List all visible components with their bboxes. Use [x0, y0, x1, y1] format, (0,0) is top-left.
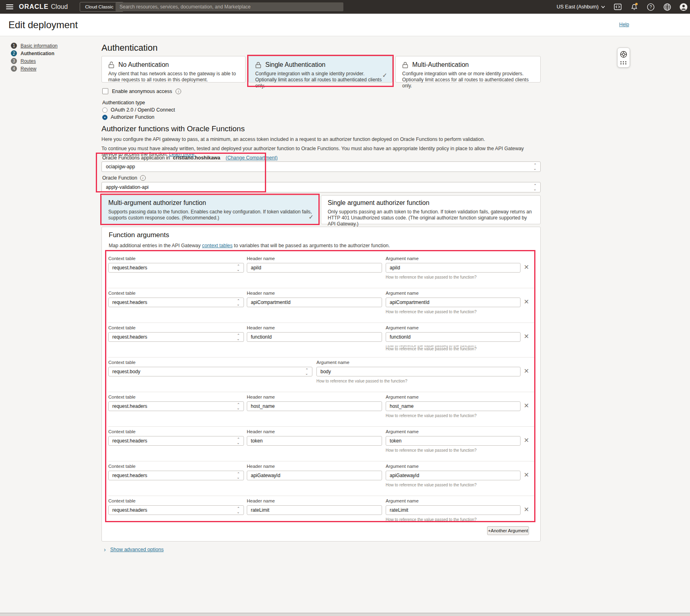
remove-argument-icon[interactable]: ✕ — [524, 471, 529, 479]
remove-argument-icon[interactable]: ✕ — [524, 402, 529, 409]
user-avatar-icon[interactable] — [680, 3, 688, 11]
header-name-input[interactable] — [247, 505, 382, 515]
card-title: Single argument authorizer function — [328, 199, 534, 207]
header-name-input[interactable] — [247, 298, 382, 307]
step-authentication[interactable]: 2 Authentication — [11, 50, 58, 57]
radio-authorizer-function[interactable]: Authorizer Function — [102, 114, 154, 120]
card-description: Configure integration with a single iden… — [255, 71, 386, 89]
context-tables-link[interactable]: context tables — [202, 243, 233, 248]
functions-application-select[interactable]: ociapigw-app ⌃⌃ — [101, 161, 541, 172]
search-input[interactable] — [116, 2, 343, 11]
context-table-select[interactable]: request.headers ⌃⌃ — [108, 298, 244, 307]
context-table-select[interactable]: request.headers ⌃⌃ — [108, 263, 244, 273]
support-widget[interactable] — [617, 48, 630, 68]
info-icon[interactable]: i — [176, 89, 181, 94]
anonymous-access-checkbox[interactable] — [102, 88, 108, 94]
authorizer-paragraph-1: Here you configure the API gateway to pa… — [101, 136, 539, 142]
argument-name-label: Argument name — [386, 291, 521, 296]
function-argument-row: Context table request.headers ⌃⌃ Header … — [108, 323, 535, 358]
anonymous-access-label: Enable anonymous access — [112, 89, 172, 94]
apps-dots-icon[interactable] — [620, 61, 627, 64]
argument-name-input[interactable] — [386, 471, 521, 480]
header-name-label: Header name — [247, 395, 382, 399]
context-table-column: Context table request.headers ⌃⌃ — [108, 256, 244, 273]
advanced-options-row: › Show advanced options — [104, 546, 163, 553]
remove-argument-icon[interactable]: ✕ — [524, 263, 529, 271]
region-selector[interactable]: US East (Ashburn) — [557, 4, 605, 10]
reference-hint-link[interactable]: How to reference the value passed to the… — [386, 517, 521, 522]
argument-name-input[interactable] — [386, 298, 521, 307]
header-name-input[interactable] — [247, 436, 382, 446]
remove-argument-icon[interactable]: ✕ — [524, 367, 529, 375]
remove-argument-icon[interactable]: ✕ — [524, 333, 529, 340]
context-table-select[interactable]: request.headers ⌃⌃ — [108, 332, 244, 342]
card-description: Configure integration with one or more i… — [402, 71, 534, 89]
argument-name-input[interactable] — [386, 505, 521, 515]
reference-hint-link[interactable]: How to reference the value passed to the… — [386, 310, 521, 314]
chevron-right-icon: › — [104, 546, 106, 553]
radio-button-icon[interactable] — [102, 107, 107, 113]
add-another-argument-button[interactable]: +Another Argument — [487, 526, 529, 535]
context-table-select[interactable]: request.headers ⌃⌃ — [108, 505, 244, 515]
radio-oauth[interactable]: OAuth 2.0 / OpenID Connect — [102, 107, 175, 113]
topbar-right-cluster: US East (Ashburn) ? — [557, 0, 688, 14]
card-multi-argument[interactable]: Multi-argument authorizer function Suppo… — [101, 195, 319, 224]
argument-name-label: Argument name — [316, 360, 521, 365]
header-name-input[interactable] — [247, 401, 382, 411]
card-no-authentication[interactable]: No Authentication Any client that has ne… — [101, 56, 246, 83]
step-basic-information[interactable]: 1 Basic information — [11, 42, 58, 50]
reference-hint-link[interactable]: How to reference the value passed to the… — [386, 448, 521, 453]
argument-name-label: Argument name — [386, 395, 521, 399]
info-icon[interactable]: i — [140, 175, 146, 181]
show-advanced-options-link[interactable]: Show advanced options — [110, 547, 164, 552]
step-label[interactable]: Routes — [21, 58, 36, 64]
argument-name-input[interactable] — [386, 263, 521, 273]
hamburger-menu-icon[interactable] — [6, 4, 13, 9]
context-table-label: Context table — [108, 498, 244, 503]
oracle-cloud-logo[interactable]: ORACLE Cloud — [19, 3, 68, 10]
context-table-select[interactable]: request.headers ⌃⌃ — [108, 401, 244, 411]
radio-button-icon[interactable] — [102, 115, 107, 120]
help-question-icon[interactable]: ? — [647, 3, 655, 11]
context-table-select[interactable]: request.body ⌃⌃ — [108, 367, 312, 376]
step-label[interactable]: Basic information — [21, 43, 58, 49]
card-multi-authentication[interactable]: Multi-Authentication Configure integrati… — [395, 56, 541, 83]
card-description: Any client that has network access to th… — [108, 71, 239, 83]
remove-argument-icon[interactable]: ✕ — [524, 506, 529, 513]
header-name-input[interactable] — [247, 471, 382, 480]
card-single-argument[interactable]: Single argument authorizer function Only… — [321, 195, 541, 224]
compartment-name: cristiano.hoshikawa — [173, 155, 221, 161]
remove-argument-icon[interactable]: ✕ — [524, 436, 529, 444]
context-table-select[interactable]: request.headers ⌃⌃ — [108, 471, 244, 480]
argument-name-input[interactable] — [386, 401, 521, 411]
help-link[interactable]: Help — [619, 22, 629, 27]
header-name-column: Header name — [247, 498, 382, 515]
card-single-authentication[interactable]: Single Authentication Configure integrat… — [248, 56, 393, 83]
notifications-bell-icon[interactable] — [630, 3, 638, 11]
reference-hint-link[interactable]: How to reference the value passed to the… — [386, 413, 521, 418]
step-review[interactable]: 4 Review — [11, 65, 58, 72]
developer-console-icon[interactable] — [614, 3, 622, 11]
context-table-column: Context table request.headers ⌃⌃ — [108, 325, 244, 342]
argument-name-input[interactable] — [386, 436, 521, 446]
argument-name-input[interactable] — [316, 367, 521, 376]
argument-name-label: Argument name — [386, 325, 521, 330]
context-table-label: Context table — [108, 256, 244, 261]
change-compartment-link[interactable]: (Change Compartment) — [226, 155, 278, 161]
reference-hint-link[interactable]: How to reference the value passed to the… — [316, 379, 521, 383]
reference-hint-link[interactable]: How to reference the value passed to the… — [386, 483, 521, 487]
header-name-input[interactable] — [247, 332, 382, 342]
step-routes[interactable]: 3 Routes — [11, 57, 58, 65]
header-name-input[interactable] — [247, 263, 382, 273]
reference-hint-link[interactable]: How to reference the value passed to the… — [386, 275, 521, 279]
life-buoy-icon[interactable] — [620, 51, 627, 58]
context-table-select[interactable]: request.headers ⌃⌃ — [108, 436, 244, 446]
select-stepper-icon: ⌃⌃ — [533, 163, 537, 170]
argument-name-input[interactable] — [386, 332, 521, 342]
oracle-function-select[interactable]: apply-validation-api ⌃⌃ — [101, 182, 541, 192]
step-label[interactable]: Review — [21, 66, 36, 72]
select-stepper-icon: ⌃⌃ — [237, 438, 240, 444]
language-globe-icon[interactable] — [663, 3, 671, 11]
remove-argument-icon[interactable]: ✕ — [524, 298, 529, 306]
context-table-label: Context table — [108, 429, 244, 434]
